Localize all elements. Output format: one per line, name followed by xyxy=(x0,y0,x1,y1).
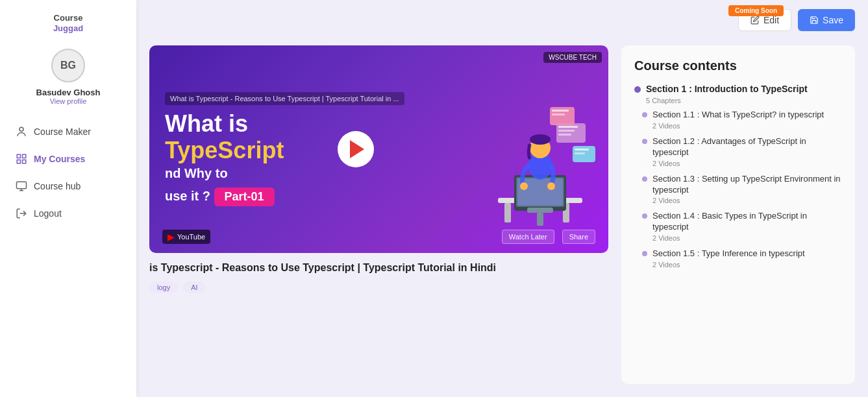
sidebar: Course Juggad BG Basudev Ghosh View prof… xyxy=(0,0,136,397)
svg-rect-1 xyxy=(17,154,20,158)
logout-icon xyxy=(16,208,27,219)
main-content: Coming Soon Edit Save What is Typescript… xyxy=(136,0,868,397)
coming-soon-badge: Coming Soon xyxy=(728,5,784,16)
svg-point-20 xyxy=(520,182,528,190)
sidebar-label-course-hub: Course hub xyxy=(34,181,81,191)
sidebar-item-course-maker[interactable]: Course Maker xyxy=(0,118,136,145)
youtube-logo: ▶ YouTube xyxy=(162,230,210,244)
svg-rect-31 xyxy=(575,152,585,154)
sub-dot xyxy=(642,176,647,182)
video-section: What is Typescript - Reasons to Use Type… xyxy=(149,45,608,384)
sidebar-item-my-courses[interactable]: My Courses xyxy=(0,145,136,173)
video-info: is Typescript - Reasons to Use Typescrip… xyxy=(149,261,608,293)
sub-section-title: Section 1.1 : What is TypeScript? in typ… xyxy=(652,110,824,121)
tag-0: logy xyxy=(149,282,178,293)
svg-rect-30 xyxy=(575,149,589,150)
video-count: 2 Videos xyxy=(652,197,842,204)
svg-point-19 xyxy=(530,134,551,145)
video-count: 2 Videos xyxy=(652,234,842,242)
character-illustration xyxy=(478,97,595,240)
sub-section-title: Section 1.2 : Advantages of TypeScript i… xyxy=(652,136,842,158)
course-contents-panel: Course contents Section 1 : Introduction… xyxy=(621,45,855,384)
svg-rect-16 xyxy=(537,213,543,226)
svg-rect-2 xyxy=(23,154,26,158)
svg-rect-3 xyxy=(17,160,20,163)
save-icon xyxy=(810,16,819,25)
section-1-dot xyxy=(634,86,641,93)
video-count: 2 Videos xyxy=(652,160,842,167)
sub-dot xyxy=(642,112,647,117)
sidebar-item-logout[interactable]: Logout xyxy=(0,200,136,227)
person-icon xyxy=(16,126,27,138)
logo-line2: Juggad xyxy=(53,23,83,33)
grid-icon xyxy=(16,153,27,165)
sidebar-label-logout: Logout xyxy=(34,208,62,219)
content-row: What is Typescript - Reasons to Use Type… xyxy=(149,45,855,384)
course-title: is Typescript - Reasons to Use Typescrip… xyxy=(149,261,608,275)
svg-rect-24 xyxy=(558,130,575,132)
svg-rect-27 xyxy=(552,110,569,112)
avatar: BG xyxy=(51,49,85,82)
yt-label: YouTube xyxy=(177,233,205,241)
tag-1: AI xyxy=(183,282,205,293)
chapter-count-1: 5 Chapters xyxy=(646,97,842,104)
svg-rect-23 xyxy=(558,126,578,128)
view-profile-link[interactable]: View profile xyxy=(50,97,87,105)
yt-icon: ▶ xyxy=(167,232,175,242)
svg-rect-5 xyxy=(17,182,27,189)
logo-line1: Course xyxy=(53,13,83,23)
sub-section-info: Section 1.2 : Advantages of TypeScript i… xyxy=(652,136,842,167)
list-item: Section 1.1 : What is TypeScript? in typ… xyxy=(642,110,842,130)
sub-section-title: Section 1.3 : Setting up TypeScript Envi… xyxy=(652,174,842,196)
sub-dot xyxy=(642,139,647,144)
wecube-logo: WSCUBE TECH xyxy=(543,52,602,63)
section-1: Section 1 : Introduction to TypeScript 5… xyxy=(634,84,842,269)
svg-rect-25 xyxy=(558,134,571,136)
list-item: Section 1.4 : Basic Types in TypeScript … xyxy=(642,211,842,242)
monitor-icon xyxy=(16,180,27,192)
edit-label: Edit xyxy=(763,15,779,25)
sub-section-title: Section 1.5 : Type Inference in typescri… xyxy=(652,248,805,259)
svg-point-21 xyxy=(547,182,555,190)
section-1-title: Section 1 : Introduction to TypeScript xyxy=(646,84,808,94)
sidebar-label-course-maker: Course Maker xyxy=(34,126,91,137)
sub-section-info: Section 1.3 : Setting up TypeScript Envi… xyxy=(652,174,842,205)
video-count: 2 Videos xyxy=(652,261,805,269)
sidebar-item-course-hub[interactable]: Course hub xyxy=(0,173,136,200)
list-item: Section 1.2 : Advantages of TypeScript i… xyxy=(642,136,842,167)
course-contents-title: Course contents xyxy=(634,58,842,73)
sub-dot xyxy=(642,213,647,219)
sub-section-info: Section 1.1 : What is TypeScript? in typ… xyxy=(652,110,824,130)
svg-point-0 xyxy=(19,127,23,131)
sub-dot xyxy=(642,251,647,256)
save-label: Save xyxy=(823,15,843,25)
edit-icon xyxy=(750,16,760,25)
svg-rect-10 xyxy=(504,203,511,223)
part-badge: Part-01 xyxy=(214,187,275,206)
svg-rect-15 xyxy=(527,208,553,213)
list-item: Section 1.3 : Setting up TypeScript Envi… xyxy=(642,174,842,205)
sidebar-label-my-courses: My Courses xyxy=(34,154,85,164)
svg-rect-28 xyxy=(552,114,565,115)
tag-row: logy AI xyxy=(149,282,608,293)
section-1-header: Section 1 : Introduction to TypeScript xyxy=(634,84,842,94)
list-item: Section 1.5 : Type Inference in typescri… xyxy=(642,248,842,269)
sub-section-info: Section 1.5 : Type Inference in typescri… xyxy=(652,248,805,269)
sub-sections-1: Section 1.1 : What is TypeScript? in typ… xyxy=(642,110,842,269)
user-name: Basudev Ghosh xyxy=(36,88,101,97)
save-button[interactable]: Save xyxy=(798,9,855,31)
share-button[interactable]: Share xyxy=(562,230,595,244)
nav-menu: Course Maker My Courses Course hub xyxy=(0,118,136,227)
video-banner-title: What is Typescript - Reasons to Use Type… xyxy=(165,92,404,105)
sub-section-title: Section 1.4 : Basic Types in TypeScript … xyxy=(652,211,842,233)
watch-later-button[interactable]: Watch Later xyxy=(502,230,554,244)
video-thumbnail: What is Typescript - Reasons to Use Type… xyxy=(149,45,608,253)
play-button[interactable] xyxy=(338,131,374,167)
watch-share-area: Watch Later Share xyxy=(502,230,595,244)
video-count: 2 Videos xyxy=(652,122,824,130)
logo: Course Juggad xyxy=(53,13,83,33)
svg-rect-4 xyxy=(23,160,26,163)
sub-section-info: Section 1.4 : Basic Types in TypeScript … xyxy=(652,211,842,242)
